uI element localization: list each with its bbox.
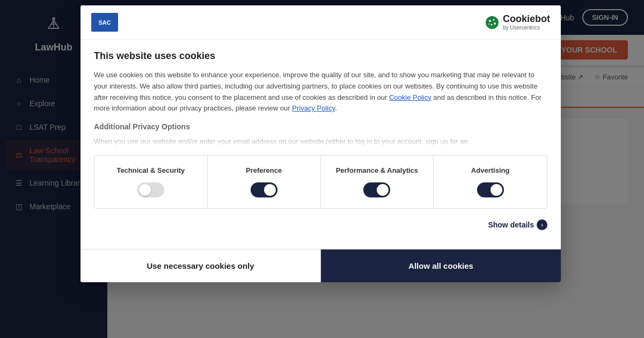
category-performance-label: Performance & Analytics: [336, 166, 418, 174]
privacy-policy-link[interactable]: Privacy Policy: [292, 104, 335, 112]
modal-footer: Use necessary cookies only Allow all coo…: [80, 249, 561, 282]
cookiebot-brand-info: Cookiebot by Usercentrics: [503, 13, 550, 31]
svg-point-8: [493, 19, 495, 20]
modal-header: SAC Cookiebot by Usercentrics: [80, 5, 561, 40]
cookie-modal: SAC Cookiebot by Usercentrics This websi…: [80, 5, 561, 282]
cookiebot-logo: Cookiebot by Usercentrics: [485, 13, 550, 31]
show-details-button[interactable]: Show details ›: [488, 219, 547, 230]
use-necessary-button[interactable]: Use necessary cookies only: [80, 249, 321, 282]
additional-privacy-text: When you use our website and/or enter yo…: [94, 136, 547, 147]
category-advertising-label: Advertising: [471, 166, 510, 174]
additional-privacy-title: Additional Privacy Options: [94, 122, 547, 131]
category-advertising: Advertising: [434, 156, 547, 208]
cookiebot-brand: Cookiebot: [503, 13, 550, 25]
allow-all-button[interactable]: Allow all cookies: [321, 249, 561, 282]
modal-body: This website uses cookies We use cookies…: [80, 40, 561, 249]
category-preference-label: Preference: [246, 166, 282, 174]
modal-logo-left: SAC: [91, 13, 118, 32]
period-text: .: [335, 104, 337, 112]
svg-point-7: [489, 20, 491, 22]
svg-point-6: [486, 16, 499, 29]
show-details-row: Show details ›: [94, 217, 547, 238]
cookiebot-sub: by Usercentrics: [503, 25, 550, 31]
toggle-performance[interactable]: [363, 182, 390, 197]
category-technical: Technical & Security: [94, 156, 208, 208]
category-performance: Performance & Analytics: [321, 156, 434, 208]
sac-logo: SAC: [91, 13, 118, 32]
modal-description: We use cookies on this website to enhanc…: [94, 70, 547, 114]
cookiebot-icon: [485, 15, 500, 30]
cookie-policy-link[interactable]: Cookie Policy: [389, 93, 431, 101]
toggle-preference[interactable]: [251, 182, 277, 197]
category-preference: Preference: [208, 156, 321, 208]
category-technical-label: Technical & Security: [116, 166, 185, 174]
svg-point-10: [491, 24, 493, 25]
sac-text: SAC: [98, 19, 111, 26]
modal-title: This website uses cookies: [94, 50, 547, 62]
svg-point-11: [488, 24, 489, 25]
toggle-advertising[interactable]: [477, 182, 504, 197]
chevron-right-icon: ›: [537, 219, 547, 230]
svg-point-9: [494, 23, 496, 25]
show-details-label: Show details: [488, 221, 534, 229]
cookie-categories-grid: Technical & Security Preference Perf: [94, 155, 547, 209]
toggle-technical[interactable]: [137, 182, 164, 197]
